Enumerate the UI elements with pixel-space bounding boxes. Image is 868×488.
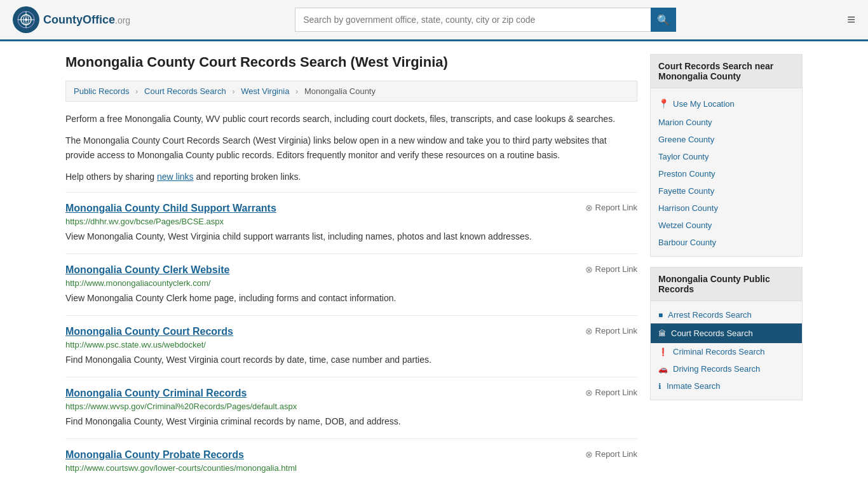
report-icon: ⊗ (585, 326, 593, 336)
result-url[interactable]: http://www.monongaliacountyclerk.com/ (65, 278, 637, 288)
result-item: Monongalia County Child Support Warrants… (65, 192, 637, 254)
nearby-county-link[interactable]: Greene County (651, 131, 802, 148)
nearby-links-container: Marion CountyGreene CountyTaylor CountyP… (651, 114, 802, 251)
record-type-label: Court Records Search (671, 329, 753, 338)
public-records-body: ■Arrest Records Search🏛Court Records Sea… (651, 301, 802, 400)
logo-icon (13, 6, 39, 33)
search-bar-container: 🔍 (295, 8, 676, 32)
public-records-link[interactable]: ℹInmate Search (651, 377, 802, 395)
public-records-section: Monongalia County Public Records ■Arrest… (650, 267, 803, 400)
hamburger-menu-icon[interactable]: ≡ (847, 11, 855, 28)
record-type-label: Driving Records Search (673, 364, 760, 374)
svg-point-5 (25, 18, 27, 21)
result-url[interactable]: https://www.wvsp.gov/Criminal%20Records/… (65, 402, 637, 411)
result-header: Monongalia County Probate Records ⊗ Repo… (65, 449, 637, 463)
result-url[interactable]: http://www.courtswv.gov/lower-courts/cou… (65, 463, 637, 473)
description-2: The Monongalia County Court Records Sear… (65, 133, 637, 162)
record-type-label: Criminal Records Search (673, 347, 765, 356)
result-desc: View Monongalia County, West Virginia ch… (65, 230, 637, 243)
record-type-label: Arrest Records Search (668, 310, 752, 320)
sidebar: Court Records Search near Monongalia Cou… (650, 54, 803, 487)
record-type-icon: 🚗 (658, 365, 668, 374)
result-item: Monongalia County Clerk Website ⊗ Report… (65, 254, 637, 315)
result-title[interactable]: Monongalia County Child Support Warrants (65, 203, 276, 214)
report-link[interactable]: ⊗ Report Link (585, 264, 637, 274)
public-records-link[interactable]: ■Arrest Records Search (651, 306, 802, 323)
new-links-link[interactable]: new links (157, 172, 194, 182)
nearby-title: Court Records Search near Monongalia Cou… (651, 55, 802, 88)
result-header: Monongalia County Child Support Warrants… (65, 203, 637, 217)
report-icon: ⊗ (585, 449, 593, 459)
breadcrumb-court-records[interactable]: Court Records Search (144, 86, 226, 96)
result-url[interactable]: https://dhhr.wv.gov/bcse/Pages/BCSE.aspx (65, 217, 637, 226)
public-records-link[interactable]: ❗Criminal Records Search (651, 343, 802, 360)
record-type-icon: ■ (658, 311, 663, 320)
nearby-body: 📍 Use My Location Marion CountyGreene Co… (651, 88, 802, 256)
public-records-link[interactable]: 🏛Court Records Search (651, 323, 802, 343)
record-type-icon: ❗ (658, 348, 668, 356)
nearby-county-link[interactable]: Taylor County (651, 148, 802, 165)
page-title: Monongalia County Court Records Search (… (65, 54, 637, 71)
logo-text: CountyOffice.org (43, 13, 130, 27)
result-desc: View Monongalia County Clerk home page, … (65, 292, 637, 305)
report-link[interactable]: ⊗ Report Link (585, 449, 637, 459)
nearby-section: Court Records Search near Monongalia Cou… (650, 54, 803, 257)
nearby-county-link[interactable]: Marion County (651, 114, 802, 131)
report-link[interactable]: ⊗ Report Link (585, 388, 637, 398)
results-container: Monongalia County Child Support Warrants… (65, 192, 637, 487)
report-link[interactable]: ⊗ Report Link (585, 326, 637, 336)
use-location-label: Use My Location (673, 99, 735, 109)
content-area: Monongalia County Court Records Search (… (65, 54, 637, 487)
result-title[interactable]: Monongalia County Probate Records (65, 449, 244, 461)
nearby-county-link[interactable]: Preston County (651, 165, 802, 182)
result-title[interactable]: Monongalia County Clerk Website (65, 264, 229, 276)
report-icon: ⊗ (585, 203, 593, 213)
result-title[interactable]: Monongalia County Criminal Records (65, 388, 247, 399)
result-header: Monongalia County Criminal Records ⊗ Rep… (65, 388, 637, 402)
breadcrumb-current: Monongalia County (304, 86, 376, 96)
record-type-icon: ℹ (658, 382, 661, 391)
public-records-title: Monongalia County Public Records (651, 268, 802, 301)
breadcrumb-west-virginia[interactable]: West Virginia (241, 86, 289, 96)
record-type-icon: 🏛 (658, 329, 666, 338)
use-my-location[interactable]: 📍 Use My Location (651, 93, 802, 114)
result-header: Monongalia County Court Records ⊗ Report… (65, 326, 637, 340)
search-input[interactable] (295, 8, 651, 32)
nearby-county-link[interactable]: Fayette County (651, 182, 802, 200)
result-item: Monongalia County Criminal Records ⊗ Rep… (65, 377, 637, 438)
public-records-link[interactable]: 🚗Driving Records Search (651, 360, 802, 377)
report-icon: ⊗ (585, 388, 593, 398)
result-desc: Find Monongalia County, West Virginia co… (65, 353, 637, 367)
breadcrumb-sep-1: › (135, 86, 138, 96)
logo-area: CountyOffice.org (13, 6, 130, 33)
desc3-post: and reporting broken links. (194, 172, 301, 182)
breadcrumb-sep-2: › (232, 86, 234, 96)
header: CountyOffice.org 🔍 ≡ (0, 0, 868, 41)
result-title[interactable]: Monongalia County Court Records (65, 326, 233, 337)
result-item: Monongalia County Probate Records ⊗ Repo… (65, 438, 637, 487)
search-button[interactable]: 🔍 (651, 8, 676, 32)
description-1: Perform a free Monongalia County, WV pub… (65, 112, 637, 126)
search-icon: 🔍 (657, 14, 670, 26)
nearby-county-link[interactable]: Barbour County (651, 234, 802, 251)
report-icon: ⊗ (585, 264, 593, 274)
record-type-label: Inmate Search (667, 381, 721, 391)
report-link[interactable]: ⊗ Report Link (585, 203, 637, 213)
result-desc: Find Monongalia County, West Virginia cr… (65, 415, 637, 428)
location-pin-icon: 📍 (658, 98, 669, 109)
breadcrumb: Public Records › Court Records Search › … (65, 81, 637, 102)
main-container: Monongalia County Court Records Search (… (53, 41, 815, 488)
public-records-links-container: ■Arrest Records Search🏛Court Records Sea… (651, 306, 802, 395)
result-url[interactable]: http://www.psc.state.wv.us/webdocket/ (65, 340, 637, 349)
nearby-county-link[interactable]: Wetzel County (651, 217, 802, 234)
desc3-pre: Help others by sharing (65, 172, 157, 182)
breadcrumb-public-records[interactable]: Public Records (74, 86, 129, 96)
result-item: Monongalia County Court Records ⊗ Report… (65, 315, 637, 377)
result-header: Monongalia County Clerk Website ⊗ Report… (65, 264, 637, 278)
description-3: Help others by sharing new links and rep… (65, 170, 637, 184)
breadcrumb-sep-3: › (295, 86, 298, 96)
nearby-county-link[interactable]: Harrison County (651, 200, 802, 217)
